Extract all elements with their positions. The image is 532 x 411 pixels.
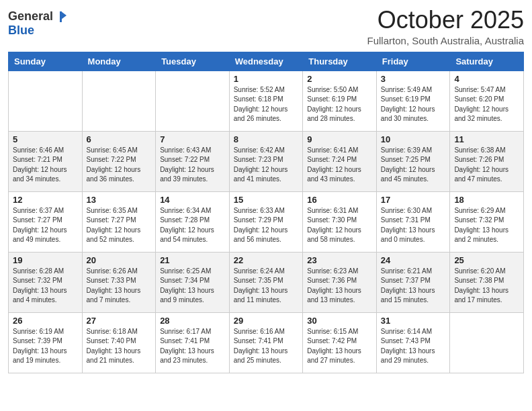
day-number: 12: [13, 195, 78, 205]
svg-marker-0: [61, 11, 66, 19]
day-number: 26: [13, 316, 78, 326]
title-section: October 2025 Fullarton, South Australia,…: [367, 7, 524, 46]
day-info: Sunrise: 6:23 AM Sunset: 7:36 PM Dayligh…: [307, 267, 372, 306]
day-number: 31: [381, 316, 446, 326]
logo-general-text: General: [8, 9, 53, 24]
day-cell-16: 14Sunrise: 6:34 AM Sunset: 7:28 PM Dayli…: [156, 191, 230, 252]
day-info: Sunrise: 5:50 AM Sunset: 6:19 PM Dayligh…: [307, 85, 372, 124]
day-number: 2: [307, 74, 372, 84]
col-wednesday: Wednesday: [229, 52, 303, 71]
day-info: Sunrise: 6:24 AM Sunset: 7:35 PM Dayligh…: [234, 267, 299, 306]
day-number: 20: [87, 255, 152, 265]
day-info: Sunrise: 6:17 AM Sunset: 7:41 PM Dayligh…: [160, 327, 225, 366]
day-info: Sunrise: 6:29 AM Sunset: 7:32 PM Dayligh…: [454, 206, 519, 245]
day-number: 23: [307, 255, 372, 265]
day-info: Sunrise: 5:49 AM Sunset: 6:19 PM Dayligh…: [381, 85, 446, 124]
day-cell-5: 3Sunrise: 5:49 AM Sunset: 6:19 PM Daylig…: [376, 71, 450, 131]
calendar-table: Sunday Monday Tuesday Wednesday Thursday…: [8, 52, 524, 373]
day-cell-31: 29Sunrise: 6:16 AM Sunset: 7:41 PM Dayli…: [229, 312, 303, 373]
col-monday: Monday: [82, 52, 156, 71]
logo-blue-text: Blue: [8, 24, 34, 38]
col-saturday: Saturday: [450, 52, 524, 71]
logo: General Blue: [8, 9, 68, 38]
day-info: Sunrise: 6:26 AM Sunset: 7:33 PM Dayligh…: [87, 267, 152, 306]
header: General Blue October 2025 Fullarton, Sou…: [8, 7, 524, 46]
day-cell-0: [9, 71, 83, 131]
day-number: 17: [381, 195, 446, 205]
day-info: Sunrise: 6:39 AM Sunset: 7:25 PM Dayligh…: [381, 146, 446, 185]
col-thursday: Thursday: [303, 52, 377, 71]
day-info: Sunrise: 6:14 AM Sunset: 7:43 PM Dayligh…: [381, 327, 446, 366]
day-cell-2: [156, 71, 230, 131]
day-cell-18: 16Sunrise: 6:31 AM Sunset: 7:30 PM Dayli…: [303, 191, 377, 252]
col-tuesday: Tuesday: [156, 52, 230, 71]
week-row-3: 12Sunrise: 6:37 AM Sunset: 7:27 PM Dayli…: [9, 191, 524, 252]
day-cell-27: 25Sunrise: 6:20 AM Sunset: 7:38 PM Dayli…: [450, 252, 524, 312]
day-cell-17: 15Sunrise: 6:33 AM Sunset: 7:29 PM Dayli…: [229, 191, 303, 252]
day-cell-34: [450, 312, 524, 373]
day-info: Sunrise: 6:21 AM Sunset: 7:37 PM Dayligh…: [381, 267, 446, 306]
day-info: Sunrise: 6:15 AM Sunset: 7:42 PM Dayligh…: [307, 327, 372, 366]
day-cell-26: 24Sunrise: 6:21 AM Sunset: 7:37 PM Dayli…: [376, 252, 450, 312]
day-cell-25: 23Sunrise: 6:23 AM Sunset: 7:36 PM Dayli…: [303, 252, 377, 312]
day-info: Sunrise: 6:30 AM Sunset: 7:31 PM Dayligh…: [381, 206, 446, 245]
day-number: 24: [381, 255, 446, 265]
day-cell-15: 13Sunrise: 6:35 AM Sunset: 7:27 PM Dayli…: [82, 191, 156, 252]
day-info: Sunrise: 6:34 AM Sunset: 7:28 PM Dayligh…: [160, 206, 225, 245]
day-number: 22: [234, 255, 299, 265]
day-number: 28: [160, 316, 225, 326]
day-info: Sunrise: 6:43 AM Sunset: 7:22 PM Dayligh…: [160, 146, 225, 185]
day-info: Sunrise: 6:45 AM Sunset: 7:22 PM Dayligh…: [87, 146, 152, 185]
week-row-5: 26Sunrise: 6:19 AM Sunset: 7:39 PM Dayli…: [9, 312, 524, 373]
logo-flag-icon: [54, 10, 68, 24]
day-info: Sunrise: 6:31 AM Sunset: 7:30 PM Dayligh…: [307, 206, 372, 245]
day-info: Sunrise: 6:20 AM Sunset: 7:38 PM Dayligh…: [454, 267, 519, 306]
day-info: Sunrise: 6:37 AM Sunset: 7:27 PM Dayligh…: [13, 206, 78, 245]
day-cell-13: 11Sunrise: 6:38 AM Sunset: 7:26 PM Dayli…: [450, 131, 524, 191]
day-number: 8: [234, 134, 299, 144]
day-number: 19: [13, 255, 78, 265]
day-number: 4: [454, 74, 519, 84]
day-number: 3: [381, 74, 446, 84]
day-cell-4: 2Sunrise: 5:50 AM Sunset: 6:19 PM Daylig…: [303, 71, 377, 131]
page: General Blue October 2025 Fullarton, Sou…: [0, 0, 532, 411]
day-number: 5: [13, 134, 78, 144]
week-row-2: 5Sunrise: 6:46 AM Sunset: 7:21 PM Daylig…: [9, 131, 524, 191]
day-info: Sunrise: 6:38 AM Sunset: 7:26 PM Dayligh…: [454, 146, 519, 185]
col-friday: Friday: [376, 52, 450, 71]
day-cell-3: 1Sunrise: 5:52 AM Sunset: 6:18 PM Daylig…: [229, 71, 303, 131]
day-number: 21: [160, 255, 225, 265]
day-cell-6: 4Sunrise: 5:47 AM Sunset: 6:20 PM Daylig…: [450, 71, 524, 131]
day-number: 14: [160, 195, 225, 205]
day-number: 25: [454, 255, 519, 265]
col-sunday: Sunday: [9, 52, 83, 71]
day-cell-8: 6Sunrise: 6:45 AM Sunset: 7:22 PM Daylig…: [82, 131, 156, 191]
day-info: Sunrise: 6:42 AM Sunset: 7:23 PM Dayligh…: [234, 146, 299, 185]
day-info: Sunrise: 5:47 AM Sunset: 6:20 PM Dayligh…: [454, 85, 519, 124]
day-info: Sunrise: 6:41 AM Sunset: 7:24 PM Dayligh…: [307, 146, 372, 185]
day-cell-1: [82, 71, 156, 131]
day-cell-20: 18Sunrise: 6:29 AM Sunset: 7:32 PM Dayli…: [450, 191, 524, 252]
day-cell-32: 30Sunrise: 6:15 AM Sunset: 7:42 PM Dayli…: [303, 312, 377, 373]
day-number: 27: [87, 316, 152, 326]
day-number: 15: [234, 195, 299, 205]
day-cell-9: 7Sunrise: 6:43 AM Sunset: 7:22 PM Daylig…: [156, 131, 230, 191]
day-cell-14: 12Sunrise: 6:37 AM Sunset: 7:27 PM Dayli…: [9, 191, 83, 252]
day-number: 11: [454, 134, 519, 144]
day-cell-29: 27Sunrise: 6:18 AM Sunset: 7:40 PM Dayli…: [82, 312, 156, 373]
week-row-4: 19Sunrise: 6:28 AM Sunset: 7:32 PM Dayli…: [9, 252, 524, 312]
day-cell-23: 21Sunrise: 6:25 AM Sunset: 7:34 PM Dayli…: [156, 252, 230, 312]
month-title: October 2025: [367, 7, 524, 34]
day-cell-12: 10Sunrise: 6:39 AM Sunset: 7:25 PM Dayli…: [376, 131, 450, 191]
day-info: Sunrise: 6:25 AM Sunset: 7:34 PM Dayligh…: [160, 267, 225, 306]
day-cell-24: 22Sunrise: 6:24 AM Sunset: 7:35 PM Dayli…: [229, 252, 303, 312]
week-row-1: 1Sunrise: 5:52 AM Sunset: 6:18 PM Daylig…: [9, 71, 524, 131]
day-number: 13: [87, 195, 152, 205]
day-number: 6: [87, 134, 152, 144]
day-info: Sunrise: 6:18 AM Sunset: 7:40 PM Dayligh…: [87, 327, 152, 366]
day-number: 9: [307, 134, 372, 144]
day-cell-21: 19Sunrise: 6:28 AM Sunset: 7:32 PM Dayli…: [9, 252, 83, 312]
day-cell-33: 31Sunrise: 6:14 AM Sunset: 7:43 PM Dayli…: [376, 312, 450, 373]
day-number: 29: [234, 316, 299, 326]
day-number: 18: [454, 195, 519, 205]
